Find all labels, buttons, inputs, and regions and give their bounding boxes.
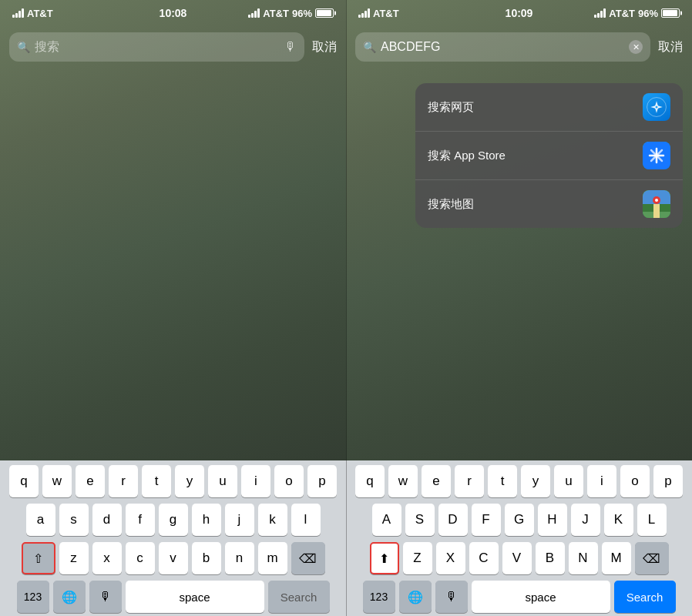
left-key-l[interactable]: l: [291, 504, 321, 536]
right-key-P[interactable]: p: [653, 465, 683, 497]
left-key-h[interactable]: h: [192, 504, 221, 536]
right-key-U[interactable]: u: [554, 465, 583, 497]
left-carrier-name: AT&T: [27, 8, 53, 19]
right-cancel-button[interactable]: 取消: [658, 39, 683, 55]
right-status-right: AT&T 96%: [594, 8, 680, 19]
right-key-Q[interactable]: q: [355, 465, 385, 497]
left-key-t[interactable]: t: [142, 465, 171, 497]
right-battery-icon: [661, 8, 680, 18]
left-key-w[interactable]: w: [42, 465, 72, 497]
right-search-input[interactable]: 🔍 ABCDEFG ✕: [355, 32, 650, 62]
left-search-bar-area[interactable]: 🔍 搜索 🎙 取消: [0, 26, 346, 68]
left-carrier2: AT&T: [263, 8, 289, 19]
left-search-button[interactable]: Search: [268, 581, 330, 613]
signal-bars-left2: [248, 8, 260, 18]
left-battery-pct: 96%: [292, 8, 312, 19]
suggestion-item-safari[interactable]: 搜索网页: [415, 83, 683, 132]
right-key-C[interactable]: C: [469, 542, 499, 574]
left-key-i[interactable]: i: [241, 465, 270, 497]
left-key-v[interactable]: v: [159, 542, 188, 574]
left-globe-key[interactable]: 🌐: [53, 581, 86, 613]
left-key-u[interactable]: u: [208, 465, 237, 497]
left-main-content: [0, 68, 346, 460]
left-cancel-button[interactable]: 取消: [312, 39, 337, 55]
left-mic-icon[interactable]: 🎙: [284, 40, 297, 54]
right-key-J[interactable]: J: [571, 504, 600, 536]
left-search-icon: 🔍: [17, 41, 30, 53]
left-key-r[interactable]: r: [109, 465, 138, 497]
right-key-H[interactable]: H: [538, 504, 567, 536]
right-key-D[interactable]: D: [438, 504, 468, 536]
left-key-m[interactable]: m: [258, 542, 287, 574]
left-key-n[interactable]: n: [225, 542, 254, 574]
right-key-S[interactable]: S: [405, 504, 435, 536]
right-delete-key[interactable]: ⌫: [635, 542, 669, 574]
appstore-svg: [643, 142, 670, 169]
right-keyboard[interactable]: q w e r t y u i o p A S D F G H J K L ⬆ …: [346, 460, 692, 616]
right-key-row-3: ⬆ Z X C V B N M ⌫: [348, 542, 690, 574]
right-key-E[interactable]: e: [422, 465, 451, 497]
left-key-y[interactable]: y: [175, 465, 204, 497]
left-numbers-key[interactable]: 123: [17, 581, 49, 613]
right-numbers-key[interactable]: 123: [363, 581, 395, 613]
left-shift-key[interactable]: ⇧: [22, 542, 55, 574]
right-key-N[interactable]: N: [569, 542, 598, 574]
right-globe-key[interactable]: 🌐: [399, 581, 432, 613]
right-key-W[interactable]: w: [388, 465, 418, 497]
left-key-g[interactable]: g: [159, 504, 188, 536]
left-key-e[interactable]: e: [76, 465, 105, 497]
right-key-G[interactable]: G: [505, 504, 534, 536]
left-space-key[interactable]: space: [126, 581, 264, 613]
left-key-x[interactable]: x: [92, 542, 122, 574]
right-mic-key[interactable]: 🎙: [435, 581, 468, 613]
right-space-key[interactable]: space: [472, 581, 610, 613]
right-status-bar: AT&T 10:09 AT&T 96%: [346, 0, 692, 26]
right-key-T[interactable]: t: [488, 465, 517, 497]
suggestion-item-appstore[interactable]: 搜索 App Store: [415, 132, 683, 180]
left-delete-key[interactable]: ⌫: [291, 542, 325, 574]
right-key-M[interactable]: M: [602, 542, 631, 574]
right-key-Y[interactable]: y: [521, 465, 550, 497]
right-search-bar-area[interactable]: 🔍 ABCDEFG ✕ 取消: [346, 26, 692, 68]
right-key-V[interactable]: V: [502, 542, 532, 574]
right-shift-key[interactable]: ⬆: [370, 542, 399, 574]
svg-point-3: [655, 105, 657, 108]
right-key-X[interactable]: X: [436, 542, 465, 574]
left-key-o[interactable]: o: [274, 465, 304, 497]
left-key-z[interactable]: z: [59, 542, 89, 574]
right-key-R[interactable]: r: [455, 465, 484, 497]
left-key-f[interactable]: f: [126, 504, 155, 536]
left-key-p[interactable]: p: [307, 465, 337, 497]
left-key-k[interactable]: k: [258, 504, 287, 536]
left-status-right: AT&T 96%: [248, 8, 334, 19]
left-search-input[interactable]: 🔍 搜索 🎙: [9, 32, 304, 62]
right-key-B[interactable]: B: [536, 542, 565, 574]
left-key-s[interactable]: s: [59, 504, 89, 536]
left-mic-key[interactable]: 🎙: [89, 581, 122, 613]
left-key-b[interactable]: b: [192, 542, 221, 574]
left-keyboard[interactable]: q w e r t y u i o p a s d f g h j k l ⇧ …: [0, 460, 346, 616]
right-search-query[interactable]: ABCDEFG: [381, 40, 440, 54]
left-key-row-4: 123 🌐 🎙 space Search: [2, 581, 344, 613]
right-key-O[interactable]: o: [620, 465, 650, 497]
right-key-Z[interactable]: Z: [403, 542, 432, 574]
right-key-K[interactable]: K: [604, 504, 633, 536]
suggestion-dropdown[interactable]: 搜索网页 搜索 App Store: [415, 83, 683, 228]
right-main-content: 搜索网页 搜索 App Store: [346, 68, 692, 460]
maps-app-icon: [643, 190, 670, 218]
right-key-L[interactable]: L: [637, 504, 667, 536]
right-clear-button[interactable]: ✕: [629, 40, 643, 54]
left-key-a[interactable]: a: [26, 504, 55, 536]
right-search-button[interactable]: Search: [614, 581, 676, 613]
suggestion-item-maps[interactable]: 搜索地图: [415, 180, 683, 228]
left-battery-fill: [317, 10, 331, 16]
right-key-F[interactable]: F: [472, 504, 501, 536]
right-key-I[interactable]: i: [587, 465, 616, 497]
left-key-j[interactable]: j: [225, 504, 254, 536]
right-carrier: AT&T: [358, 8, 399, 19]
right-key-A[interactable]: A: [372, 504, 401, 536]
left-carrier: AT&T: [12, 8, 53, 19]
left-key-q[interactable]: q: [9, 465, 39, 497]
left-key-d[interactable]: d: [92, 504, 122, 536]
left-key-c[interactable]: c: [126, 542, 155, 574]
